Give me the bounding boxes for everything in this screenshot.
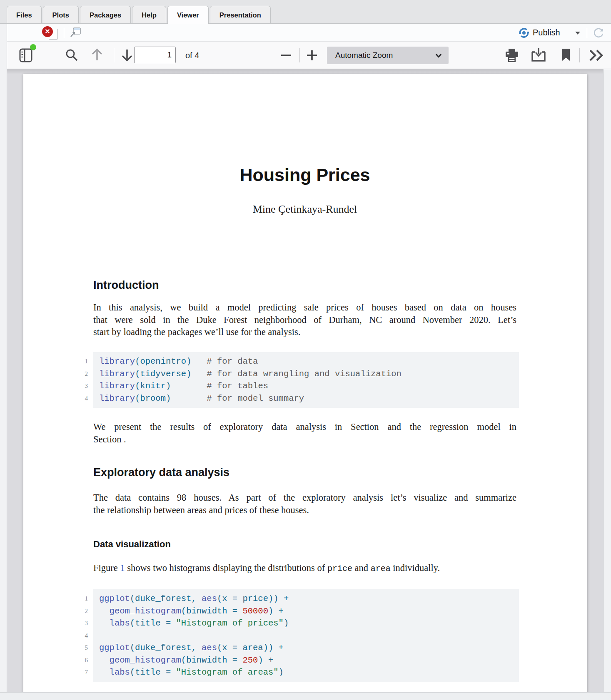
text-segment: (x = area)) + xyxy=(217,643,284,653)
text-segment: library xyxy=(99,357,135,366)
text-segment: Figure xyxy=(93,563,120,573)
code-line: 4library(broom) # for model summary xyxy=(72,392,519,405)
text-segment: ) xyxy=(279,668,284,677)
tab-packages[interactable]: Packages xyxy=(80,6,131,23)
tab-help[interactable]: Help xyxy=(132,6,166,23)
tab-plots[interactable]: Plots xyxy=(43,6,79,23)
text-segment: ggplot xyxy=(99,594,130,603)
open-in-new-window-button[interactable] xyxy=(70,27,81,38)
code-text: library(knitr) # for tables xyxy=(93,380,268,392)
code-line: 5ggplot(duke_forest, aes(x = area)) + xyxy=(72,642,519,654)
text-segment: (knitr) xyxy=(135,381,171,391)
code-line: 7 labs(title = "Histogram of areas") xyxy=(72,666,519,679)
code-block-ggplot: 1ggplot(duke_forest, aes(x = price)) +2 … xyxy=(72,589,519,682)
text-segment: # for tables xyxy=(171,381,268,391)
paragraph: The data contains 98 houses. As part of … xyxy=(93,491,516,516)
text-line: Section . xyxy=(93,433,516,446)
tab-files[interactable]: Files xyxy=(7,6,42,23)
text-line: We present the results of exploratory da… xyxy=(93,421,516,433)
text-segment: ) + xyxy=(258,655,273,665)
code-text: ggplot(duke_forest, aes(x = area)) + xyxy=(93,642,284,654)
text-segment: (tidyverse) xyxy=(135,369,191,379)
line-number: 7 xyxy=(72,666,93,679)
next-page-button[interactable] xyxy=(120,47,135,62)
pdf-viewer-area[interactable]: Housing Prices Mine Çetinkaya-Rundel Int… xyxy=(7,69,603,692)
paragraph: We present the results of exploratory da… xyxy=(93,421,516,445)
refresh-button[interactable] xyxy=(593,27,604,39)
code-text: library(openintro) # for data xyxy=(93,355,258,368)
code-text: ggplot(duke_forest, aes(x = price)) + xyxy=(93,593,289,605)
pdf-page: Housing Prices Mine Çetinkaya-Rundel Int… xyxy=(23,74,587,692)
code-text: geom_histogram(binwidth = 250) + xyxy=(93,654,273,667)
text-segment: ggplot xyxy=(99,643,130,653)
zoom-level-value: Automatic Zoom xyxy=(335,47,393,64)
previous-page-button[interactable] xyxy=(90,47,105,62)
zoom-out-button[interactable] xyxy=(279,48,294,63)
text-segment xyxy=(99,606,110,616)
download-button[interactable] xyxy=(530,47,547,64)
bookmark-button[interactable] xyxy=(561,48,571,62)
code-text: library(tidyverse) # for data wrangling … xyxy=(93,368,402,380)
section-heading-eda: Exploratory data analysis xyxy=(93,466,516,479)
text-segment: # for data xyxy=(191,357,258,366)
toolbar-separator xyxy=(64,28,64,38)
text-segment: area xyxy=(371,564,391,573)
chevron-down-icon xyxy=(435,53,442,58)
code-text xyxy=(93,630,99,642)
text-line: In this analysis, we build a model predi… xyxy=(93,301,516,314)
text-segment: (binwidth = xyxy=(181,606,243,616)
code-text: geom_histogram(binwidth = 50000) + xyxy=(93,605,284,618)
code-line: 3 labs(title = "Histogram of prices") xyxy=(72,617,519,630)
pane-right-edge xyxy=(603,69,611,692)
text-line: start by loading the packages we’ll use … xyxy=(93,326,516,338)
tools-menu-button[interactable] xyxy=(589,49,606,62)
clear-x-icon: ✕ xyxy=(42,26,53,37)
document-title: Housing Prices xyxy=(93,165,516,185)
green-status-dot xyxy=(30,44,36,50)
text-segment: library xyxy=(99,394,135,403)
pane-bottom-edge xyxy=(0,692,611,700)
text-segment: (title = xyxy=(130,668,176,677)
paragraph-figure-ref: Figure 1 shows two histograms displaying… xyxy=(93,562,516,575)
toolbar-separator xyxy=(114,48,114,62)
search-button[interactable] xyxy=(64,47,79,62)
text-segment: labs xyxy=(110,668,130,677)
zoom-level-select[interactable]: Automatic Zoom xyxy=(327,47,449,64)
tab-presentation[interactable]: Presentation xyxy=(210,6,271,23)
text-segment: ) xyxy=(284,618,289,628)
line-number: 2 xyxy=(72,368,93,380)
text-segment: shows two histograms displaying the dist… xyxy=(125,563,327,573)
zoom-in-button[interactable] xyxy=(304,48,319,63)
text-segment: labs xyxy=(110,618,130,628)
text-segment xyxy=(99,668,110,677)
pane-tab-bar: FilesPlotsPackagesHelpViewerPresentation xyxy=(0,0,611,24)
text-segment: aes xyxy=(202,643,217,653)
text-segment: # for data wrangling and visualization xyxy=(191,369,401,379)
text-segment xyxy=(99,618,110,628)
text-segment: (openintro) xyxy=(135,357,191,366)
line-number: 1 xyxy=(72,593,93,605)
page-number-input[interactable] xyxy=(134,47,176,63)
line-number: 3 xyxy=(72,380,93,392)
document-author: Mine Çetinkaya-Rundel xyxy=(93,203,516,216)
publish-dropdown-caret[interactable] xyxy=(575,32,580,35)
text-segment: library xyxy=(99,381,135,391)
text-segment: 50000 xyxy=(242,606,268,616)
line-number: 1 xyxy=(72,355,93,368)
text-segment: "Histogram of prices" xyxy=(176,618,284,628)
code-text: library(broom) # for model summary xyxy=(93,392,304,405)
print-button[interactable] xyxy=(504,47,520,63)
text-segment: "Histogram of areas" xyxy=(176,668,279,677)
text-segment: aes xyxy=(202,594,217,603)
clear-viewer-button[interactable]: ✕ xyxy=(42,26,58,40)
publish-icon xyxy=(519,27,529,38)
publish-label: Publish xyxy=(533,24,560,42)
figure-link[interactable]: 1 xyxy=(120,563,125,573)
line-number: 4 xyxy=(72,630,93,642)
tab-viewer[interactable]: Viewer xyxy=(167,6,209,24)
text-segment: (broom) xyxy=(135,394,171,403)
text-segment: (binwidth = xyxy=(181,655,243,665)
text-line: the relationship between areas and price… xyxy=(93,504,516,516)
code-line: 1ggplot(duke_forest, aes(x = price)) + xyxy=(72,593,519,605)
rstudio-viewer-pane: FilesPlotsPackagesHelpViewerPresentation… xyxy=(0,0,611,700)
